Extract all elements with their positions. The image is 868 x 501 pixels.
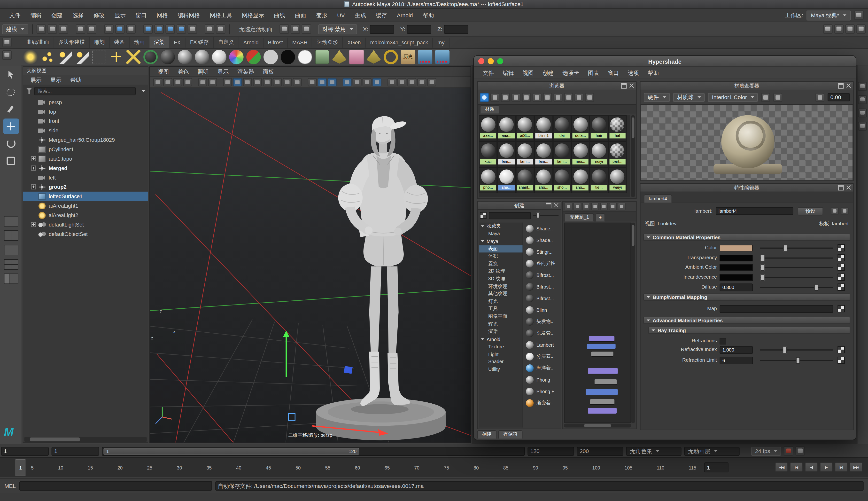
- outliner-menu-item[interactable]: 显示: [46, 76, 65, 84]
- incandescence-map-button[interactable]: [837, 274, 845, 281]
- refresh-swatches-icon[interactable]: [585, 93, 594, 102]
- outliner-item[interactable]: left: [23, 173, 148, 182]
- bins-tab[interactable]: 存储箱: [498, 430, 522, 438]
- tool-settings-toggle-icon[interactable]: [834, 24, 844, 34]
- panel-float-icon[interactable]: [838, 83, 844, 89]
- outliner-item[interactable]: aiAreaLight2: [23, 211, 148, 220]
- workspace-layout-icon[interactable]: [854, 10, 864, 20]
- add-node-icon[interactable]: [600, 202, 608, 210]
- create-node-item[interactable]: Bifrost...: [524, 269, 560, 281]
- create-category[interactable]: Utility: [479, 365, 523, 373]
- sparkle-tool-icon[interactable]: [41, 50, 55, 64]
- rearrange-graph-icon[interactable]: [618, 202, 626, 210]
- shelf-tab[interactable]: Arnold: [239, 37, 263, 47]
- circle-black-icon[interactable]: [281, 50, 295, 64]
- eraser-icon[interactable]: [349, 50, 364, 64]
- material-swatch[interactable]: lam...: [497, 141, 516, 167]
- viewer-geometry-selector[interactable]: 材质球: [673, 93, 705, 102]
- shelf-menu-icon[interactable]: [2, 50, 12, 60]
- attribute-editor-tab-icon[interactable]: [858, 108, 867, 117]
- expand-toggle-icon[interactable]: [31, 156, 36, 161]
- crosshair-icon[interactable]: [109, 50, 123, 64]
- move-tool[interactable]: [3, 118, 19, 134]
- graph-input-icon[interactable]: [565, 202, 572, 210]
- playback-start-field[interactable]: 1: [52, 447, 99, 456]
- auto-keyframe-icon[interactable]: [784, 446, 793, 456]
- refraction-limit-slider[interactable]: [760, 356, 833, 364]
- rotate-tool[interactable]: [3, 136, 19, 151]
- hypershade-menu-item[interactable]: 选项: [623, 69, 643, 77]
- 2d-pan-zoom-icon[interactable]: [208, 78, 217, 86]
- ambient-color-map-button[interactable]: [837, 264, 845, 271]
- shelf-tab[interactable]: 装备: [110, 37, 130, 48]
- mel-label[interactable]: MEL: [4, 483, 16, 489]
- refraction-limit-field[interactable]: 6: [719, 356, 753, 364]
- bookmark-icon[interactable]: [183, 78, 192, 86]
- material-swatch[interactable]: tie...: [590, 167, 608, 193]
- go-to-start-button[interactable]: |◀◀: [775, 462, 788, 472]
- graph-node[interactable]: [587, 344, 616, 349]
- shelf-tab[interactable]: Bifrost: [263, 37, 288, 47]
- gold-ring-icon[interactable]: [384, 50, 398, 64]
- cone-icon[interactable]: [332, 50, 346, 64]
- sort-time-icon[interactable]: [575, 93, 584, 102]
- create-node-item[interactable]: Bifrost...: [524, 292, 560, 304]
- panel-float-icon[interactable]: [838, 185, 844, 190]
- create-category[interactable]: 环境纹理: [479, 283, 523, 290]
- graph-node[interactable]: [586, 389, 618, 395]
- xray-icon[interactable]: [388, 78, 397, 86]
- create-node-item[interactable]: Bifrost...: [524, 281, 560, 292]
- animation-preferences-icon[interactable]: [795, 446, 805, 456]
- channel-box-tab-icon[interactable]: [858, 82, 867, 91]
- lock-camera-icon[interactable]: [163, 78, 172, 86]
- create-category[interactable]: 工具: [479, 306, 523, 313]
- tool-settings-tab-icon[interactable]: [858, 122, 867, 131]
- redo-icon[interactable]: [87, 24, 96, 34]
- shelf-tab[interactable]: 自定义: [214, 37, 239, 48]
- step-forward-frame-button[interactable]: ▶|: [835, 462, 848, 472]
- menu-item[interactable]: Arnold: [392, 9, 418, 22]
- viewer-refresh-icon[interactable]: [815, 93, 824, 102]
- material-swatch[interactable]: sha...: [497, 167, 516, 193]
- graph-node[interactable]: [591, 352, 613, 356]
- swatch-size-slider[interactable]: [533, 212, 558, 218]
- outliner-item[interactable]: loftedSurface1: [23, 192, 148, 201]
- expand-toggle-icon[interactable]: [31, 166, 36, 171]
- file-new-icon[interactable]: [36, 24, 46, 34]
- circle-white-icon[interactable]: [298, 50, 312, 64]
- snap-plane-icon[interactable]: [176, 24, 186, 34]
- select-object-icon[interactable]: [115, 24, 124, 34]
- camera-attributes-icon[interactable]: [173, 78, 182, 86]
- incandescence-slider[interactable]: [760, 274, 833, 281]
- lasso-select-tool[interactable]: [3, 84, 19, 99]
- menu-item[interactable]: 窗口: [131, 9, 152, 22]
- filter-icon[interactable]: [26, 88, 32, 94]
- close-window-icon[interactable]: [478, 58, 484, 64]
- viewport-menu-item[interactable]: 照明: [193, 68, 213, 76]
- workspace-toggle-icon[interactable]: [856, 24, 866, 34]
- menu-item[interactable]: 生成: [350, 9, 371, 22]
- hypershade-menu-item[interactable]: 视图: [518, 69, 538, 77]
- viewer-snapshot-icon[interactable]: [761, 93, 770, 102]
- sort-name-icon[interactable]: [554, 93, 563, 102]
- swatch-preview-icon[interactable]: [480, 212, 487, 218]
- image-plane-icon[interactable]: [198, 78, 207, 86]
- expand-toggle-icon[interactable]: [31, 184, 36, 190]
- axis-arrows-icon[interactable]: [126, 50, 140, 64]
- wireframe-icon[interactable]: [308, 78, 317, 86]
- material-swatch[interactable]: hat: [608, 115, 627, 141]
- outliner-item[interactable]: Merged_hair50:Group18029: [23, 135, 148, 145]
- menu-item[interactable]: 选择: [67, 9, 89, 22]
- select-tool[interactable]: [3, 67, 19, 83]
- shader-ball-light-icon[interactable]: [212, 50, 226, 64]
- grease-frame-icon[interactable]: [417, 78, 426, 86]
- play-forward-button[interactable]: ▶: [820, 462, 833, 472]
- grease-pencil-icon[interactable]: [223, 78, 232, 86]
- hypershade-menu-item[interactable]: 窗口: [603, 69, 623, 77]
- playback-end-field[interactable]: 120: [528, 447, 574, 456]
- plane-icon[interactable]: [315, 50, 329, 64]
- make-live-icon[interactable]: [188, 24, 197, 34]
- material-swatch[interactable]: aaa...: [497, 115, 516, 141]
- outliner-item[interactable]: top: [23, 107, 148, 116]
- viewport-menu-item[interactable]: 着色: [173, 68, 193, 76]
